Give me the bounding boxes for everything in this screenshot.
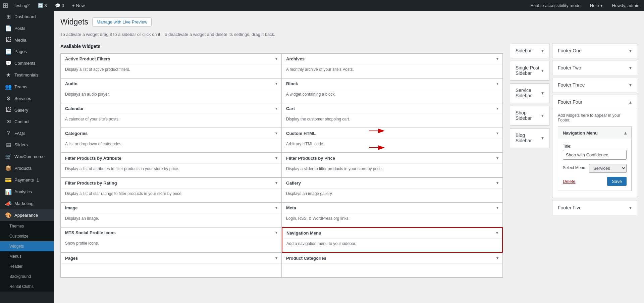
sidebar-item-payments[interactable]: 💳 Payments 1 bbox=[0, 174, 54, 186]
sidebar-submenu-themes[interactable]: Themes bbox=[0, 221, 54, 231]
sidebar-submenu-customize[interactable]: Customize bbox=[0, 231, 54, 241]
widget-item-calendar[interactable]: Calendar ▾ A calendar of your site's pos… bbox=[61, 103, 282, 128]
widget-header-navigation-menu[interactable]: Navigation Menu ▾ bbox=[282, 228, 502, 239]
sidebar-item-posts[interactable]: 📄 Posts bbox=[0, 22, 54, 34]
sidebar-item-marketing[interactable]: 📣 Marketing bbox=[0, 198, 54, 209]
widget-header-pages[interactable]: Pages ▾ bbox=[61, 253, 281, 264]
widget-item-pages[interactable]: Pages ▾ bbox=[61, 253, 282, 277]
widget-header-active-product-filters[interactable]: Active Product Filters ▾ bbox=[61, 54, 281, 64]
widget-header-meta[interactable]: Meta ▾ bbox=[282, 203, 502, 213]
widget-header-gallery[interactable]: Gallery ▾ bbox=[282, 178, 502, 189]
sidebar-area-sidebar: Sidebar ▾ bbox=[510, 44, 549, 58]
widget-item-archives[interactable]: Archives ▾ A monthly archive of your sit… bbox=[282, 53, 503, 78]
sidebar-area-header-single-post-sidebar[interactable]: Single Post Sidebar ▾ bbox=[510, 61, 549, 80]
adminbar-howdy[interactable]: Howdy, admin bbox=[610, 0, 641, 11]
adminbar-updates[interactable]: 🔄 3 bbox=[36, 0, 49, 11]
footer-area-header-footer-three[interactable]: Footer Three ▾ bbox=[552, 78, 637, 92]
widget-header-custom-html[interactable]: Custom HTML ▾ bbox=[282, 128, 502, 139]
update-icon: 🔄 bbox=[38, 3, 43, 8]
widget-header-cart[interactable]: Cart ▾ bbox=[282, 103, 502, 114]
chevron-down-icon: ▾ bbox=[496, 131, 498, 136]
footer-area-header-footer-one[interactable]: Footer One ▾ bbox=[552, 44, 637, 58]
widget-item-active-product-filters[interactable]: Active Product Filters ▾ Display a list … bbox=[61, 53, 282, 78]
widget-item-block[interactable]: Block ▾ A widget containing a block. bbox=[282, 78, 503, 103]
title-field-input[interactable] bbox=[563, 150, 627, 160]
sidebar-item-appearance[interactable]: 🎨 Appearance bbox=[0, 209, 54, 221]
widget-header-filter-by-price[interactable]: Filter Products by Price ▾ bbox=[282, 153, 502, 164]
widget-header-filter-by-attribute[interactable]: Filter Products by Attribute ▾ bbox=[61, 153, 281, 164]
widget-header-mts-social[interactable]: MTS Social Profile Icons ▾ bbox=[61, 228, 281, 238]
submenu-label-menus: Menus bbox=[9, 254, 21, 259]
widget-item-audio[interactable]: Audio ▾ Displays an audio player. bbox=[61, 78, 282, 103]
footer-area-header-footer-four[interactable]: Footer Four ▴ bbox=[552, 95, 637, 109]
sidebar-icon-marketing: 📣 bbox=[5, 200, 12, 207]
sidebar-submenu-background[interactable]: Background bbox=[0, 271, 54, 282]
widget-title-filter-by-price: Filter Products by Price bbox=[286, 156, 335, 161]
sidebar-label-payments: Payments bbox=[14, 178, 34, 183]
sidebar-area-header-sidebar[interactable]: Sidebar ▾ bbox=[510, 44, 549, 58]
adminbar-comments[interactable]: 💬 0 bbox=[53, 0, 66, 11]
adminbar-help[interactable]: Help ▾ bbox=[588, 0, 605, 11]
chevron-down-icon: ▾ bbox=[275, 181, 277, 185]
sidebar-item-pages[interactable]: 📃 Pages bbox=[0, 46, 54, 57]
sidebar-area-header-service-sidebar[interactable]: Service Sidebar ▾ bbox=[510, 84, 549, 103]
sidebar-item-analytics[interactable]: 📊 Analytics bbox=[0, 186, 54, 198]
widget-item-custom-html[interactable]: Custom HTML ▾ Arbitrary HTML code. bbox=[282, 128, 503, 153]
footer-area-header-footer-five[interactable]: Footer Five ▾ bbox=[552, 201, 637, 215]
widget-item-categories[interactable]: Categories ▾ A list or dropdown of categ… bbox=[61, 128, 282, 153]
sidebar-item-media[interactable]: 🖼 Media bbox=[0, 34, 54, 46]
sidebar-submenu-widgets[interactable]: Widgets bbox=[0, 241, 54, 251]
widget-item-gallery[interactable]: Gallery ▾ Displays an image gallery. bbox=[282, 178, 503, 202]
live-preview-button[interactable]: Manage with Live Preview bbox=[92, 17, 152, 27]
sidebar-item-sliders[interactable]: ▤ Sliders bbox=[0, 139, 54, 151]
widget-body-filter-by-rating: Display a list of star ratings to filter… bbox=[61, 189, 281, 202]
sidebar-submenu-header[interactable]: Header bbox=[0, 261, 54, 271]
footer-area-header-footer-two[interactable]: Footer Two ▾ bbox=[552, 61, 637, 75]
sidebar-item-gallery[interactable]: 🖼 Gallery bbox=[0, 104, 54, 116]
sidebar-icon-contact: ✉ bbox=[5, 118, 12, 125]
widget-item-product-categories[interactable]: Product Categories ▾ bbox=[282, 253, 503, 277]
delete-button[interactable]: Delete bbox=[563, 179, 576, 184]
sidebar-area-header-blog-sidebar[interactable]: Blog Sidebar ▾ bbox=[510, 129, 549, 148]
widget-item-filter-by-attribute[interactable]: Filter Products by Attribute ▾ Display a… bbox=[61, 153, 282, 178]
sidebar-item-services[interactable]: ⚙ Services bbox=[0, 93, 54, 104]
sidebar-item-woocommerce[interactable]: 🛒 WooCommerce bbox=[0, 151, 54, 162]
sidebar-item-contact[interactable]: ✉ Contact bbox=[0, 116, 54, 128]
widget-header-archives[interactable]: Archives ▾ bbox=[282, 54, 502, 64]
sidebar-item-teams[interactable]: 👥 Teams bbox=[0, 81, 54, 93]
adminbar-site[interactable]: testing2 bbox=[12, 0, 32, 11]
widget-item-mts-social[interactable]: MTS Social Profile Icons ▾ Show profile … bbox=[61, 227, 282, 253]
sidebar-area-header-shop-sidebar[interactable]: Shop Sidebar ▾ bbox=[510, 106, 549, 125]
widget-title-pages: Pages bbox=[65, 256, 78, 261]
sidebar-label-sliders: Sliders bbox=[14, 142, 28, 147]
widget-header-image[interactable]: Image ▾ bbox=[61, 203, 281, 213]
widget-item-image[interactable]: Image ▾ Displays an image. bbox=[61, 202, 282, 227]
menu-select[interactable]: ServicesMain MenuFooter Menu bbox=[589, 164, 627, 173]
sidebar-item-comments[interactable]: 💬 Comments bbox=[0, 57, 54, 69]
sidebar-item-faqs[interactable]: ? FAQs bbox=[0, 128, 54, 139]
widget-item-cart[interactable]: Cart ▾ Display the customer shopping car… bbox=[282, 103, 503, 128]
widget-header-product-categories[interactable]: Product Categories ▾ bbox=[282, 253, 502, 264]
widget-header-audio[interactable]: Audio ▾ bbox=[61, 79, 281, 89]
sidebar-item-dashboard[interactable]: ⊞ Dashboard bbox=[0, 11, 54, 22]
adminbar-new[interactable]: + New bbox=[70, 0, 87, 11]
sidebar-icon-faqs: ? bbox=[5, 130, 12, 136]
widget-item-navigation-menu[interactable]: Navigation Menu ▾ Add a navigation menu … bbox=[282, 227, 503, 253]
adminbar-accessibility[interactable]: Enable accessibility mode bbox=[528, 0, 583, 11]
sidebar-label-appearance: Appearance bbox=[14, 213, 38, 218]
widget-header-categories[interactable]: Categories ▾ bbox=[61, 128, 281, 139]
sidebar-item-products[interactable]: 📦 Products bbox=[0, 162, 54, 174]
sidebar-submenu-menus[interactable]: Menus bbox=[0, 251, 54, 261]
widget-header-calendar[interactable]: Calendar ▾ bbox=[61, 103, 281, 114]
sidebar-submenu-rental-cloths[interactable]: Rental Cloths bbox=[0, 282, 54, 292]
sidebar-label-faqs: FAQs bbox=[14, 131, 25, 136]
nav-menu-widget-header[interactable]: Navigation Menu ▴ bbox=[558, 127, 631, 139]
widget-header-filter-by-rating[interactable]: Filter Products by Rating ▾ bbox=[61, 178, 281, 189]
widget-item-filter-by-rating[interactable]: Filter Products by Rating ▾ Display a li… bbox=[61, 178, 282, 202]
widget-header-block[interactable]: Block ▾ bbox=[282, 79, 502, 89]
sidebar-item-testimonials[interactable]: ★ Testimonials bbox=[0, 69, 54, 81]
save-button[interactable]: Save bbox=[607, 177, 627, 186]
wp-logo-icon[interactable]: ⊞ bbox=[3, 1, 8, 9]
widget-item-meta[interactable]: Meta ▾ Login, RSS, & WordPress.org links… bbox=[282, 202, 503, 227]
widget-item-filter-by-price[interactable]: Filter Products by Price ▾ Display a sli… bbox=[282, 153, 503, 178]
